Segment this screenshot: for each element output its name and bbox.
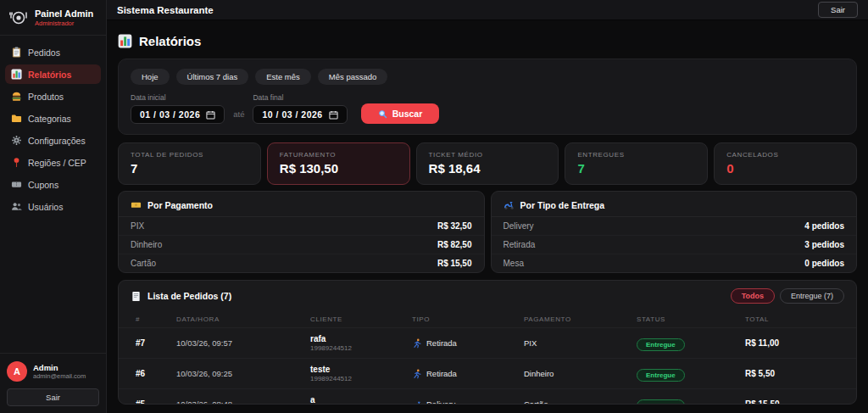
start-date-label: Data inicial — [131, 93, 225, 102]
order-total: R$ 11,00 — [745, 338, 839, 348]
sidebar: Painel Admin Administrador Pedidos Relat… — [0, 0, 107, 413]
payment-row-dinheiro: Dinheiro R$ 82,50 — [119, 236, 484, 254]
main: Sistema Restaurante Sair Relatórios Hoje… — [107, 0, 868, 413]
orders-filter-entregue-button[interactable]: Entregue (7) — [780, 288, 844, 304]
topbar: Sistema Restaurante Sair — [107, 0, 868, 20]
user-email: admin@email.com — [33, 372, 86, 380]
payment-summary-header: Por Pagamento — [119, 192, 484, 217]
end-date-input[interactable]: 10 / 03 / 2026 — [253, 105, 347, 124]
app-title: Sistema Restaurante — [117, 5, 214, 15]
delivery-summary-card: Por Tipo de Entrega Delivery 4 pedidos R… — [491, 191, 858, 273]
delivery-row-retirada: Retirada 3 pedidos — [492, 236, 857, 254]
start-date-field: Data inicial 01 / 03 / 2026 — [131, 93, 225, 124]
orders-filters: Todos Entregue (7) — [731, 288, 844, 304]
sidebar-item-cupons[interactable]: Cupons — [5, 175, 101, 194]
stat-label: ENTREGUES — [577, 151, 695, 159]
scooter-icon — [412, 399, 422, 405]
brand: Painel Admin Administrador — [0, 0, 106, 36]
delivery-type: Mesa — [504, 259, 524, 268]
user-text: Admin admin@email.com — [33, 363, 86, 380]
delivery-type: Delivery — [504, 221, 534, 231]
between-label: até — [233, 109, 244, 124]
payment-amount: R$ 82,50 — [437, 240, 472, 249]
start-date-value: 01 / 03 / 2026 — [140, 109, 200, 120]
payment-amount: R$ 32,50 — [437, 221, 472, 231]
payment-method: Dinheiro — [131, 240, 162, 249]
column-header: PAGAMENTO — [524, 315, 637, 323]
orders-table-header: # DATA/HORA CLIENTE TIPO PAGAMENTO STATU… — [119, 310, 856, 327]
order-client: a 11932277748 — [310, 395, 412, 405]
page-title-row: Relatórios — [118, 34, 857, 48]
user-row: A Admin admin@email.com — [7, 361, 99, 382]
filter-ultimos-7-dias-button[interactable]: Últimos 7 dias — [176, 69, 249, 85]
order-status-cell: Entregue — [637, 396, 745, 405]
stat-cancelados: CANCELADOS 0 — [714, 142, 857, 185]
filter-hoje-button[interactable]: Hoje — [131, 69, 170, 85]
stat-label: TICKET MÉDIO — [429, 151, 547, 159]
column-header: TIPO — [412, 315, 524, 323]
order-payment: Dinheiro — [524, 369, 637, 378]
filter-este-mes-button[interactable]: Este mês — [255, 69, 311, 85]
stat-label: TOTAL DE PEDIDOS — [131, 151, 248, 159]
table-row: #5 10/03/26, 08:48 a 11932277748 Deliver… — [119, 388, 856, 405]
brand-text: Painel Admin Administrador — [35, 8, 93, 27]
gear-icon — [11, 135, 22, 146]
table-row: #6 10/03/26, 09:25 teste 19989244512 Ret… — [119, 358, 856, 388]
search-button[interactable]: Buscar — [361, 103, 440, 124]
calendar-icon — [329, 110, 338, 120]
orders-filter-todos-button[interactable]: Todos — [731, 288, 775, 304]
orders-title-wrap: Lista de Pedidos (7) — [131, 291, 231, 302]
users-icon — [11, 201, 22, 212]
client-phone: 19989244512 — [310, 344, 412, 352]
sidebar-item-label: Pedidos — [28, 47, 60, 58]
end-date-value: 10 / 03 / 2026 — [262, 109, 322, 120]
sidebar-item-regioes-cep[interactable]: Regiões / CEP — [5, 153, 101, 172]
filter-mes-passado-button[interactable]: Mês passado — [318, 69, 388, 85]
page-title: Relatórios — [139, 34, 201, 48]
search-button-label: Buscar — [392, 109, 423, 119]
order-total: R$ 15,50 — [745, 399, 839, 405]
sidebar-item-categorias[interactable]: Categorias — [5, 109, 101, 128]
order-type: Retirada — [412, 369, 524, 379]
delivery-count: 3 pedidos — [804, 240, 844, 249]
sidebar-item-pedidos[interactable]: Pedidos — [5, 42, 101, 62]
filter-card: Hoje Últimos 7 dias Este mês Mês passado… — [118, 59, 857, 135]
stat-ticket-medio: TICKET MÉDIO R$ 18,64 — [416, 142, 559, 185]
start-date-input[interactable]: 01 / 03 / 2026 — [131, 105, 225, 124]
sidebar-item-usuarios[interactable]: Usuários — [5, 197, 101, 216]
order-id: #7 — [136, 338, 176, 348]
order-client: rafa 19989244512 — [310, 334, 412, 352]
order-id: #5 — [136, 399, 176, 405]
payment-summary-title: Por Pagamento — [147, 200, 213, 210]
payment-amount: R$ 15,50 — [437, 259, 472, 268]
stats-row: TOTAL DE PEDIDOS 7 FATURAMENTO R$ 130,50… — [118, 142, 857, 185]
column-header: DATA/HORA — [176, 315, 310, 323]
stat-value: 7 — [131, 161, 248, 176]
stat-value: R$ 130,50 — [280, 161, 398, 176]
order-id: #6 — [136, 369, 176, 378]
sidebar-item-relatorios[interactable]: Relatórios — [5, 64, 101, 84]
stat-entregues: ENTREGUES 7 — [565, 142, 708, 185]
column-header: # — [136, 315, 176, 323]
order-total: R$ 5,50 — [745, 369, 839, 378]
magnifier-icon — [378, 109, 387, 119]
sidebar-logout-button[interactable]: Sair — [7, 388, 99, 406]
order-datetime: 10/03/26, 09:25 — [176, 369, 310, 378]
content: Relatórios Hoje Últimos 7 dias Este mês … — [107, 20, 868, 413]
stat-label: CANCELADOS — [726, 151, 844, 159]
document-icon — [131, 291, 142, 302]
scooter-icon — [504, 199, 515, 210]
topbar-logout-button[interactable]: Sair — [818, 2, 858, 18]
runner-icon — [412, 369, 422, 379]
payment-row-pix: PIX R$ 32,50 — [119, 217, 484, 236]
sidebar-item-configuracoes[interactable]: Configurações — [5, 131, 101, 150]
clipboard-icon — [11, 47, 22, 58]
orders-card: Lista de Pedidos (7) Todos Entregue (7) … — [118, 280, 857, 405]
sidebar-item-label: Categorias — [28, 114, 71, 124]
table-row: #7 10/03/26, 09:57 rafa 19989244512 Reti… — [119, 327, 856, 358]
orders-title: Lista de Pedidos (7) — [147, 291, 231, 301]
client-name: a — [310, 395, 412, 405]
sidebar-item-produtos[interactable]: Produtos — [5, 87, 101, 106]
column-header: TOTAL — [745, 315, 839, 323]
orders-header: Lista de Pedidos (7) Todos Entregue (7) — [119, 281, 856, 310]
